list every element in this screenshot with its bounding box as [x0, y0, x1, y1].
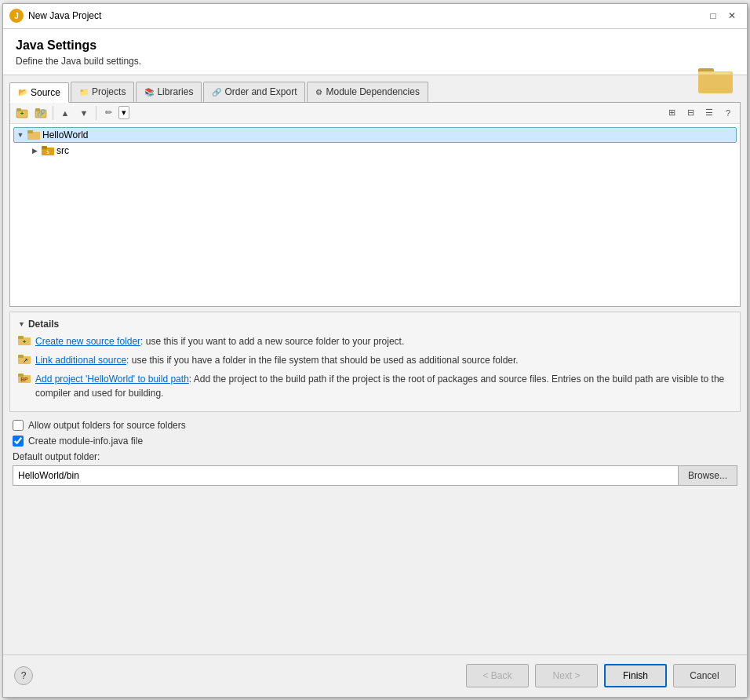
dropdown-arrow-icon: ▾ — [122, 108, 126, 118]
close-button[interactable]: ✕ — [723, 7, 741, 24]
svg-text:+: + — [20, 109, 24, 116]
svg-text:+: + — [23, 338, 27, 345]
back-button[interactable]: < Back — [466, 664, 529, 687]
toolbar-left: + 🔗 ▲ ▼ ✏ ▾ — [13, 104, 129, 122]
src-folder-icon: s — [42, 144, 54, 157]
tree-area: ▼ HelloWorld ▶ s src — [10, 124, 740, 162]
title-bar: J New Java Project □ ✕ — [3, 4, 747, 29]
detail-suffix-2: : use this if you have a folder in the f… — [126, 355, 519, 366]
header-section: Java Settings Define the Java build sett… — [3, 29, 747, 75]
detail-suffix-1: : use this if you want to add a new sour… — [140, 336, 404, 347]
tab-bar: 📂 Source 📁 Projects 📚 Libraries 🔗 Order … — [9, 82, 741, 103]
help-button[interactable]: ? — [14, 666, 33, 685]
main-content: 📂 Source 📁 Projects 📚 Libraries 🔗 Order … — [3, 75, 747, 654]
module-tab-icon: ⚙ — [315, 88, 322, 97]
add-source-folder-btn[interactable]: + — [13, 104, 31, 122]
details-header: ▼ Details — [18, 319, 732, 330]
tree-row[interactable]: ▼ HelloWorld — [13, 127, 737, 143]
tab-libraries-label: Libraries — [157, 86, 193, 97]
help-toolbar-btn[interactable]: ? — [719, 104, 737, 122]
allow-output-folders-row: Allow output folders for source folders — [13, 420, 737, 431]
detail-text-3: Add project 'HelloWorld' to build path: … — [35, 372, 732, 400]
tree-panel: + 🔗 ▲ ▼ ✏ ▾ ⊞ ⊟ ☰ — [9, 103, 741, 307]
tab-module-deps[interactable]: ⚙ Module Dependencies — [307, 82, 428, 102]
output-folder-input[interactable] — [13, 465, 678, 486]
detail-icon-1: + — [18, 335, 31, 348]
tab-module-deps-label: Module Dependencies — [326, 86, 419, 97]
settings-section: Allow output folders for source folders … — [9, 420, 741, 486]
collapse-all-btn[interactable]: ⊟ — [682, 104, 699, 122]
next-button[interactable]: Next > — [535, 664, 598, 687]
footer: ? < Back Next > Finish Cancel — [3, 654, 747, 697]
order-tab-icon: 🔗 — [212, 88, 221, 97]
expand-icon[interactable]: ▼ — [16, 130, 25, 140]
finish-button[interactable]: Finish — [604, 664, 667, 687]
svg-rect-3 — [698, 75, 733, 92]
detail-item-3: BP Add project 'HelloWorld' to build pat… — [18, 372, 732, 400]
output-folder-row: Browse... — [13, 465, 737, 486]
svg-text:s: s — [46, 149, 49, 155]
projects-tab-icon: 📁 — [79, 88, 89, 97]
tree-row[interactable]: ▶ s src — [13, 143, 737, 159]
project-folder-icon — [27, 129, 40, 141]
detail-item-1: + Create new source folder: use this if … — [18, 334, 732, 348]
header-folder-icon — [697, 60, 734, 100]
footer-help: ? — [14, 666, 33, 685]
detail-text-1: Create new source folder: use this if yo… — [35, 334, 404, 348]
cancel-button[interactable]: Cancel — [673, 664, 736, 687]
src-node-label: src — [56, 145, 69, 156]
details-section: ▼ Details + Create new source folder: us… — [9, 312, 741, 412]
tab-libraries[interactable]: 📚 Libraries — [136, 82, 202, 102]
tab-order-export[interactable]: 🔗 Order and Export — [203, 82, 305, 102]
create-module-info-checkbox[interactable] — [13, 436, 24, 447]
tab-order-export-label: Order and Export — [224, 86, 297, 97]
detail-icon-2: ↗ — [18, 354, 31, 366]
dialog-title: New Java Project — [28, 10, 101, 21]
detail-item-2: ↗ Link additional source: use this if yo… — [18, 353, 732, 367]
toolbar-right: ⊞ ⊟ ☰ ? — [663, 104, 737, 122]
detail-link-1[interactable]: Create new source folder — [35, 336, 140, 347]
details-title: Details — [28, 319, 59, 330]
tab-source-label: Source — [31, 87, 60, 98]
down-btn[interactable]: ▼ — [75, 104, 93, 122]
svg-rect-12 — [27, 130, 33, 133]
tree-toolbar: + 🔗 ▲ ▼ ✏ ▾ ⊞ ⊟ ☰ — [10, 103, 740, 124]
add-link-btn[interactable]: 🔗 — [32, 104, 49, 122]
browse-button[interactable]: Browse... — [678, 465, 737, 486]
dialog-icon: J — [9, 9, 24, 23]
svg-rect-4 — [700, 72, 730, 75]
page-subtitle: Define the Java build settings. — [16, 56, 734, 67]
title-buttons: □ ✕ — [704, 7, 741, 24]
svg-text:BP: BP — [20, 377, 28, 382]
tab-source[interactable]: 📂 Source — [9, 82, 69, 103]
detail-text-2: Link additional source: use this if you … — [35, 353, 519, 367]
title-bar-left: J New Java Project — [9, 9, 101, 23]
up-btn[interactable]: ▲ — [56, 104, 74, 122]
footer-nav-buttons: < Back Next > Finish Cancel — [466, 664, 736, 687]
tree-node-label: HelloWorld — [42, 129, 88, 140]
expand-icon-src[interactable]: ▶ — [30, 146, 39, 155]
create-module-info-row: Create module-info.java file — [13, 436, 737, 447]
expand-all-btn[interactable]: ⊞ — [663, 104, 680, 122]
minimize-button[interactable]: □ — [704, 7, 722, 24]
detail-icon-3: BP — [18, 373, 31, 385]
collapse-triangle-icon: ▼ — [18, 320, 25, 328]
tab-projects-label: Projects — [92, 86, 126, 97]
allow-output-folders-checkbox[interactable] — [13, 420, 24, 431]
detail-link-3[interactable]: Add project 'HelloWorld' to build path — [35, 374, 189, 385]
libraries-tab-icon: 📚 — [144, 88, 154, 97]
allow-output-folders-label: Allow output folders for source folders — [28, 420, 186, 431]
svg-text:🔗: 🔗 — [37, 108, 46, 118]
source-tab-icon: 📂 — [18, 88, 27, 97]
edit-btn[interactable]: ✏ — [100, 104, 117, 122]
detail-link-2[interactable]: Link additional source — [35, 355, 126, 366]
output-folder-label: Default output folder: — [13, 451, 737, 462]
page-title: Java Settings — [16, 38, 734, 53]
create-module-info-label: Create module-info.java file — [28, 436, 143, 447]
tab-projects[interactable]: 📁 Projects — [71, 82, 134, 102]
svg-text:↗: ↗ — [23, 357, 28, 364]
dropdown-btn[interactable]: ▾ — [118, 106, 129, 119]
new-java-project-dialog: J New Java Project □ ✕ Java Settings Def… — [2, 3, 748, 698]
toolbar-btn3[interactable]: ☰ — [701, 104, 718, 122]
